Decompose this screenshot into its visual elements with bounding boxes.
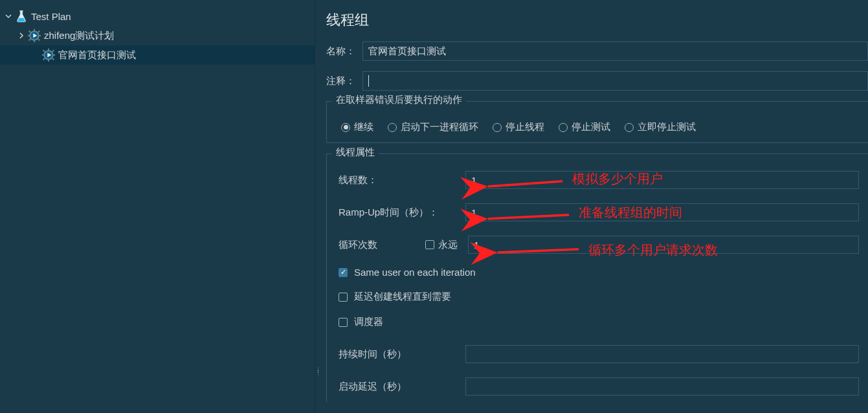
flask-icon: [14, 9, 28, 23]
svg-rect-8: [28, 39, 31, 41]
radio-stop-test-now[interactable]: 立即停止测试: [625, 121, 696, 133]
svg-rect-19: [52, 58, 54, 61]
startup-delay-label: 启动延迟（秒）: [336, 381, 465, 393]
duration-input[interactable]: [465, 345, 859, 363]
svg-rect-14: [42, 54, 44, 56]
threads-input[interactable]: [465, 171, 859, 189]
tree-item-label: 官网首页接口测试: [58, 49, 136, 61]
svg-rect-15: [53, 54, 55, 56]
radio-row-on-error: 继续 启动下一进程循环 停止线程 停止测试 立即停止测试: [336, 115, 859, 135]
row-name: 名称：: [324, 41, 868, 61]
radio-icon: [388, 123, 397, 132]
gear-play-icon: [41, 48, 56, 62]
name-label: 名称：: [326, 45, 362, 58]
thread-group-editor: 线程组 名称： 注释： 在取样器错误后要执行的动作 继续 启动下一进程循环: [320, 0, 868, 413]
radio-icon: [625, 123, 634, 132]
radio-label: 立即停止测试: [638, 121, 696, 133]
radio-label: 停止测试: [572, 121, 610, 133]
loop-forever-checkbox[interactable]: 永远: [425, 239, 458, 251]
name-input[interactable]: [362, 41, 868, 61]
tree-panel: Test Plan: [0, 0, 315, 413]
tree-item-zhifeng-plan[interactable]: zhifeng测试计划: [0, 26, 315, 45]
tree-toggle-empty: [31, 50, 40, 60]
checkbox-icon: [339, 268, 348, 277]
group-thread-props: 线程属性 线程数： Ramp-Up时间（秒）： 循环次数 永远 Same use: [326, 153, 868, 402]
startup-delay-input[interactable]: [465, 377, 859, 396]
checkbox-icon: [339, 293, 348, 302]
loop-forever-label: 永远: [438, 239, 458, 251]
threads-label: 线程数：: [336, 174, 465, 186]
tree-item-thread-group[interactable]: 官网首页接口测试: [0, 45, 315, 65]
group-on-error-legend: 在取样器错误后要执行的动作: [332, 94, 466, 106]
delay-create-checkbox[interactable]: 延迟创建线程直到需要: [336, 291, 859, 303]
checkbox-icon: [339, 318, 348, 327]
scheduler-subprops: 持续时间（秒） 启动延迟（秒）: [336, 345, 859, 396]
thread-props-grid: 线程数： Ramp-Up时间（秒）： 循环次数 永远: [336, 171, 859, 254]
scheduler-label: 调度器: [354, 316, 383, 328]
svg-rect-6: [28, 30, 31, 33]
radio-next-loop[interactable]: 启动下一进程循环: [388, 121, 478, 133]
svg-rect-5: [39, 35, 41, 36]
text-caret-icon: [368, 75, 369, 87]
svg-rect-12: [48, 49, 49, 50]
loop-cell: 永远: [465, 236, 859, 254]
svg-rect-7: [38, 30, 40, 33]
svg-rect-4: [28, 35, 30, 36]
same-user-label: Same user on each iteration: [354, 267, 476, 278]
svg-rect-3: [34, 40, 35, 42]
rampup-label: Ramp-Up时间（秒）：: [336, 206, 465, 219]
radio-stop-test[interactable]: 停止测试: [559, 121, 610, 133]
chevron-right-icon[interactable]: [17, 31, 26, 40]
comment-input[interactable]: [362, 71, 868, 91]
tree-item-label: zhifeng测试计划: [44, 30, 114, 42]
same-user-checkbox[interactable]: Same user on each iteration: [336, 267, 859, 278]
svg-rect-9: [38, 39, 40, 41]
tree-item-test-plan[interactable]: Test Plan: [0, 6, 315, 26]
panel-splitter[interactable]: ⋮⋮: [315, 0, 320, 413]
page-title: 线程组: [326, 10, 868, 30]
chevron-down-icon[interactable]: [4, 12, 13, 21]
radio-icon: [493, 123, 502, 132]
radio-label: 启动下一进程循环: [401, 121, 478, 133]
scheduler-checkbox[interactable]: 调度器: [336, 316, 859, 328]
svg-rect-18: [43, 58, 45, 61]
svg-rect-13: [48, 60, 49, 61]
group-on-error: 在取样器错误后要执行的动作 继续 启动下一进程循环 停止线程 停止测试: [326, 101, 868, 143]
comment-label: 注释：: [326, 75, 362, 87]
duration-label: 持续时间（秒）: [336, 348, 465, 361]
radio-icon: [559, 123, 568, 132]
rampup-input[interactable]: [465, 203, 859, 221]
row-comment: 注释：: [324, 71, 868, 91]
svg-rect-0: [19, 10, 23, 12]
loop-input[interactable]: [468, 236, 859, 254]
tree-item-label: Test Plan: [31, 11, 71, 22]
svg-rect-2: [34, 29, 35, 31]
radio-icon: [341, 123, 350, 132]
svg-rect-17: [52, 50, 54, 52]
gear-play-icon: [27, 28, 41, 43]
delay-create-label: 延迟创建线程直到需要: [354, 291, 451, 303]
app-root: Test Plan: [0, 0, 868, 413]
radio-continue[interactable]: 继续: [341, 121, 373, 133]
radio-stop-thread[interactable]: 停止线程: [493, 121, 544, 133]
svg-rect-16: [43, 50, 45, 52]
group-thread-props-legend: 线程属性: [332, 146, 379, 159]
checkbox-icon: [425, 240, 434, 249]
radio-label: 继续: [354, 121, 373, 133]
radio-label: 停止线程: [506, 121, 544, 133]
